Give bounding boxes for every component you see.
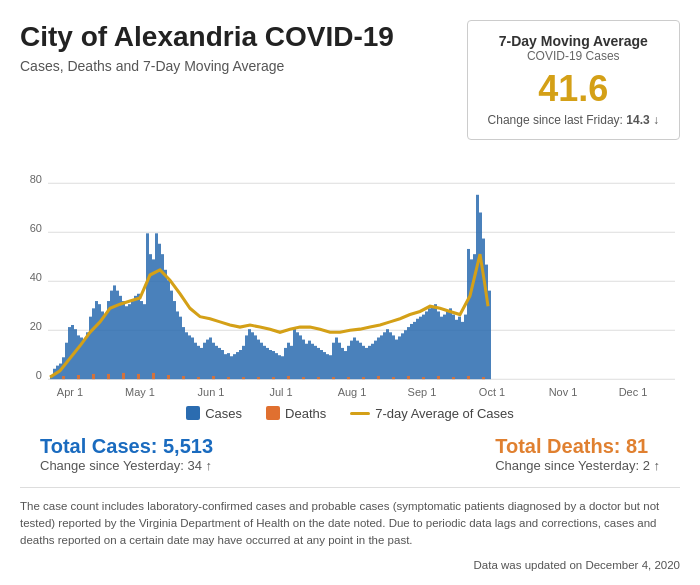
svg-rect-155 <box>458 316 461 379</box>
change-arrow: ↓ <box>653 113 659 127</box>
svg-rect-66 <box>191 337 194 379</box>
moving-avg-value: 41.6 <box>488 69 659 109</box>
svg-rect-100 <box>293 327 296 379</box>
svg-rect-143 <box>422 314 425 379</box>
svg-rect-175 <box>197 377 200 379</box>
moving-avg-box: 7-Day Moving Average COVID-19 Cases 41.6… <box>467 20 680 140</box>
svg-rect-109 <box>320 350 323 379</box>
svg-rect-130 <box>383 332 386 379</box>
svg-rect-144 <box>425 311 428 379</box>
svg-rect-168 <box>92 374 95 379</box>
svg-rect-115 <box>338 342 341 378</box>
cases-color-box <box>186 406 200 420</box>
svg-rect-75 <box>218 348 221 379</box>
svg-rect-40 <box>113 285 116 379</box>
svg-text:Jun 1: Jun 1 <box>198 385 225 397</box>
svg-rect-116 <box>341 348 344 379</box>
svg-rect-58 <box>167 280 170 379</box>
svg-rect-142 <box>419 316 422 379</box>
svg-rect-28 <box>77 335 80 379</box>
svg-rect-33 <box>92 308 95 379</box>
svg-rect-184 <box>332 377 335 379</box>
legend-deaths-label: Deaths <box>285 406 326 421</box>
svg-rect-98 <box>287 342 290 378</box>
svg-text:20: 20 <box>30 320 42 332</box>
cases-stat-block: Total Cases: 5,513 Change since Yesterda… <box>40 435 213 473</box>
svg-text:40: 40 <box>30 271 42 283</box>
svg-rect-49 <box>140 301 143 379</box>
svg-rect-148 <box>437 311 440 379</box>
svg-rect-37 <box>104 314 107 379</box>
svg-rect-59 <box>170 290 173 379</box>
svg-rect-161 <box>476 194 479 378</box>
svg-rect-172 <box>152 373 155 379</box>
svg-rect-163 <box>482 238 485 379</box>
svg-rect-51 <box>146 233 149 379</box>
svg-rect-61 <box>176 311 179 379</box>
total-deaths-label: Total Deaths: 81 <box>495 435 660 458</box>
deaths-color-box <box>266 406 280 420</box>
svg-text:Oct 1: Oct 1 <box>479 385 505 397</box>
svg-rect-183 <box>317 377 320 379</box>
svg-rect-125 <box>368 345 371 378</box>
svg-rect-90 <box>263 345 266 378</box>
svg-rect-39 <box>110 290 113 379</box>
svg-rect-94 <box>275 353 278 379</box>
svg-rect-64 <box>185 332 188 379</box>
svg-rect-126 <box>371 343 374 378</box>
svg-rect-114 <box>335 337 338 379</box>
svg-rect-131 <box>386 329 389 379</box>
svg-rect-69 <box>200 348 203 379</box>
svg-rect-81 <box>236 352 239 379</box>
svg-rect-68 <box>197 345 200 378</box>
svg-rect-71 <box>206 339 209 379</box>
svg-rect-150 <box>443 314 446 379</box>
title-area: City of Alexandria COVID-19 Cases, Death… <box>20 20 394 74</box>
svg-rect-47 <box>134 295 137 378</box>
svg-rect-194 <box>482 377 485 379</box>
svg-rect-176 <box>212 376 215 379</box>
box-title: 7-Day Moving Average <box>488 33 659 49</box>
svg-rect-80 <box>233 354 236 379</box>
svg-rect-99 <box>290 345 293 378</box>
svg-rect-153 <box>452 314 455 379</box>
page-title: City of Alexandria COVID-19 <box>20 20 394 54</box>
svg-rect-110 <box>323 352 326 379</box>
legend-deaths: Deaths <box>266 406 326 421</box>
svg-rect-44 <box>125 306 128 379</box>
svg-rect-166 <box>62 376 65 379</box>
svg-rect-191 <box>437 376 440 379</box>
svg-rect-147 <box>434 304 437 379</box>
svg-rect-157 <box>464 314 467 379</box>
svg-rect-25 <box>68 327 71 379</box>
svg-rect-84 <box>245 335 248 379</box>
svg-rect-107 <box>314 345 317 378</box>
svg-rect-190 <box>422 377 425 379</box>
svg-rect-77 <box>224 354 227 379</box>
svg-rect-186 <box>362 377 365 379</box>
svg-rect-127 <box>374 340 377 379</box>
svg-text:Aug 1: Aug 1 <box>338 385 367 397</box>
svg-rect-86 <box>251 332 254 379</box>
svg-rect-151 <box>446 311 449 379</box>
svg-rect-113 <box>332 342 335 378</box>
svg-rect-181 <box>287 376 290 379</box>
svg-rect-43 <box>122 301 125 379</box>
svg-rect-132 <box>389 332 392 379</box>
change-label: Change since last Friday: <box>488 113 623 127</box>
svg-rect-32 <box>89 316 92 379</box>
svg-rect-34 <box>95 301 98 379</box>
svg-rect-179 <box>257 377 260 379</box>
chart-legend: Cases Deaths 7-day Average of Cases <box>20 406 680 421</box>
svg-rect-158 <box>467 249 470 379</box>
svg-rect-180 <box>272 377 275 379</box>
svg-rect-48 <box>137 293 140 378</box>
svg-rect-57 <box>164 269 167 378</box>
svg-rect-50 <box>143 304 146 379</box>
svg-rect-104 <box>305 343 308 378</box>
svg-rect-95 <box>278 355 281 379</box>
svg-rect-136 <box>401 333 404 379</box>
change-value: 14.3 <box>626 113 649 127</box>
svg-text:0: 0 <box>36 369 42 381</box>
deaths-change: Change since Yesterday: 2 ↑ <box>495 458 660 473</box>
